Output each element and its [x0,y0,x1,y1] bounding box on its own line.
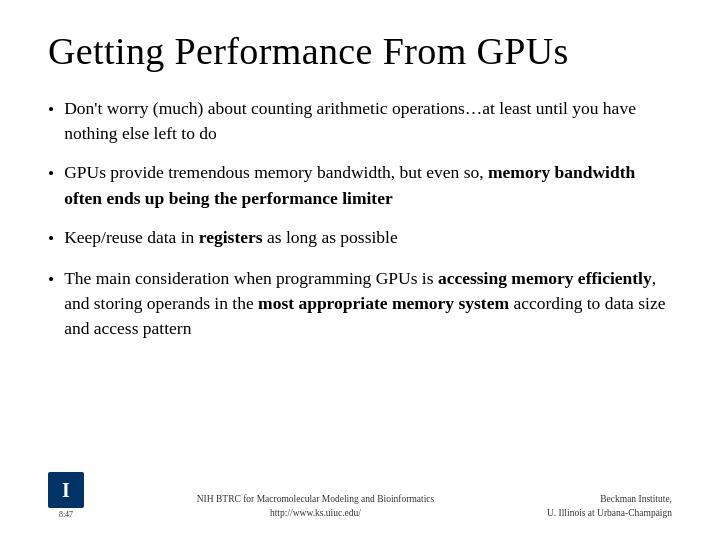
footer-right: Beckman Institute, U. Illinois at Urbana… [547,492,672,521]
footer-right-line1: Beckman Institute, [547,492,672,506]
bullet-text-1: Don't worry (much) about counting arithm… [64,96,672,147]
list-item: • GPUs provide tremendous memory bandwid… [48,160,672,211]
bullet-symbol: • [48,161,54,186]
footer-center-line1: NIH BTRC for Macromolecular Modeling and… [94,492,537,506]
bullet-list: • Don't worry (much) about counting arit… [48,96,672,467]
bullet-text-3: Keep/reuse data in registers as long as … [64,225,672,250]
list-item: • Keep/reuse data in registers as long a… [48,225,672,251]
footer-logo: I [48,472,84,508]
footer-logo-wrap: I 8:47 [48,472,84,520]
list-item: • The main consideration when programmin… [48,266,672,342]
bullet-text-2: GPUs provide tremendous memory bandwidth… [64,160,672,211]
slide: Getting Performance From GPUs • Don't wo… [0,0,720,540]
bullet-text-4: The main consideration when programming … [64,266,672,342]
footer-logo-sub: 8:47 [59,510,73,520]
bullet-symbol: • [48,226,54,251]
list-item: • Don't worry (much) about counting arit… [48,96,672,147]
bullet-symbol: • [48,267,54,292]
bullet-symbol: • [48,97,54,122]
footer-right-line2: U. Illinois at Urbana-Champaign [547,506,672,520]
footer-center-line2: http://www.ks.uiuc.edu/ [94,506,537,520]
footer: I 8:47 NIH BTRC for Macromolecular Model… [48,466,672,520]
footer-center: NIH BTRC for Macromolecular Modeling and… [94,492,537,521]
slide-title: Getting Performance From GPUs [48,30,672,74]
